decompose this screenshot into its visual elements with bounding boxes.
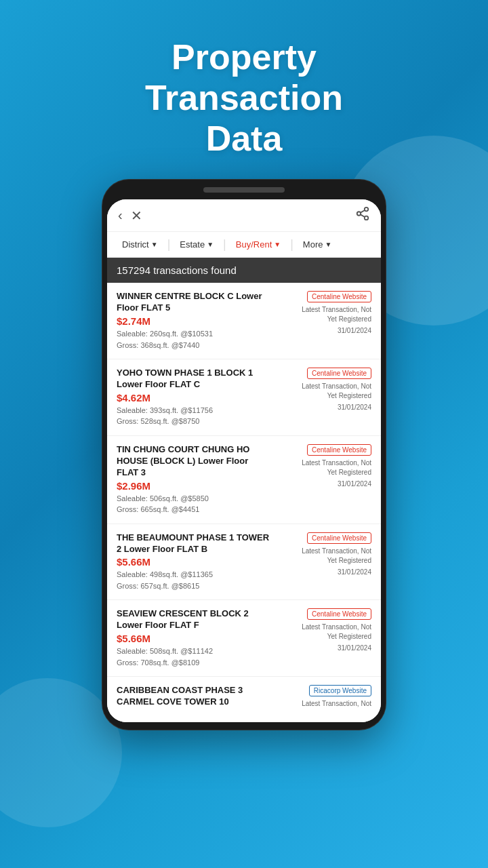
transaction-date-5: 31/01/2024 <box>338 644 371 652</box>
filter-buyrent[interactable]: Buy/Rent ▼ <box>229 236 287 253</box>
page-title: Property Transaction Data <box>145 37 343 159</box>
centaline-website-button-2[interactable]: Centaline Website <box>307 368 371 379</box>
centaline-website-button-1[interactable]: Centaline Website <box>307 291 371 302</box>
svg-line-4 <box>361 210 365 213</box>
transaction-right-6: Ricacorp Website Latest Transaction, Not <box>277 685 371 709</box>
centaline-website-button-4[interactable]: Centaline Website <box>307 532 371 544</box>
transaction-status-6: Latest Transaction, Not <box>302 699 371 709</box>
filter-estate-label: Estate <box>180 239 205 250</box>
table-row: SEAVIEW CRESCENT BLOCK 2 Lower Floor FLA… <box>107 600 381 677</box>
transaction-status-2: Latest Transaction, NotYet Registered <box>302 382 371 401</box>
transaction-right-5: Centaline Website Latest Transaction, No… <box>277 608 371 668</box>
table-row: TIN CHUNG COURT CHUNG HO HOUSE (BLOCK L)… <box>107 436 381 524</box>
property-details-4: Saleable: 498sq.ft. @$11365Gross: 657sq.… <box>117 569 271 591</box>
property-price-2: $4.62M <box>117 392 271 403</box>
table-row: YOHO TOWN PHASE 1 BLOCK 1 Lower Floor FL… <box>107 359 381 436</box>
property-details-3: Saleable: 506sq.ft. @$5850Gross: 665sq.f… <box>117 493 271 515</box>
property-price-3: $2.96M <box>117 480 271 492</box>
transaction-right-2: Centaline Website Latest Transaction, No… <box>277 368 371 427</box>
table-row: THE BEAUMOUNT PHASE 1 TOWER 2 Lower Floo… <box>107 524 381 601</box>
transaction-left-6: CARIBBEAN COAST PHASE 3 CARMEL COVE TOWE… <box>117 685 271 709</box>
transaction-date-3: 31/01/2024 <box>338 480 371 488</box>
transaction-left-2: YOHO TOWN PHASE 1 BLOCK 1 Lower Floor FL… <box>117 368 271 427</box>
filter-district-label: District <box>122 239 149 250</box>
svg-line-3 <box>361 215 365 218</box>
table-row: CARIBBEAN COAST PHASE 3 CARMEL COVE TOWE… <box>107 677 381 722</box>
transaction-status-3: Latest Transaction, NotYet Registered <box>302 458 371 477</box>
transaction-status-1: Latest Transaction, NotYet Registered <box>302 305 371 324</box>
centaline-website-button-5[interactable]: Centaline Website <box>307 608 371 620</box>
transaction-right-3: Centaline Website Latest Transaction, No… <box>277 444 371 515</box>
filter-district[interactable]: District ▼ <box>115 236 165 253</box>
more-arrow-icon: ▼ <box>325 241 331 248</box>
property-details-2: Saleable: 393sq.ft. @$11756Gross: 528sq.… <box>117 405 271 427</box>
filter-divider-1: | <box>167 237 171 252</box>
phone-screen: ‹ ✕ District ▼ | Estate ▼ | <box>107 199 381 722</box>
buyrent-arrow-icon: ▼ <box>274 241 281 248</box>
close-icon[interactable]: ✕ <box>131 208 142 224</box>
ricacorp-website-button-6[interactable]: Ricacorp Website <box>309 685 371 696</box>
transaction-left-4: THE BEAUMOUNT PHASE 1 TOWER 2 Lower Floo… <box>117 532 271 592</box>
phone-frame: ‹ ✕ District ▼ | Estate ▼ | <box>102 179 386 730</box>
transaction-right-4: Centaline Website Latest Transaction, No… <box>277 532 371 592</box>
property-name-6: CARIBBEAN COAST PHASE 3 CARMEL COVE TOWE… <box>117 685 271 708</box>
property-name-4: THE BEAUMOUNT PHASE 1 TOWER 2 Lower Floo… <box>117 532 271 555</box>
transaction-left-3: TIN CHUNG COURT CHUNG HO HOUSE (BLOCK L)… <box>117 444 271 515</box>
transaction-count: 157294 transactions found <box>117 264 237 276</box>
filter-more[interactable]: More ▼ <box>296 236 339 253</box>
filter-buyrent-label: Buy/Rent <box>236 239 272 250</box>
transaction-status-4: Latest Transaction, NotYet Registered <box>302 547 371 566</box>
estate-arrow-icon: ▼ <box>207 241 214 248</box>
property-details-5: Saleable: 508sq.ft. @$11142Gross: 708sq.… <box>117 646 271 668</box>
transaction-date-1: 31/01/2024 <box>338 327 371 334</box>
property-name-5: SEAVIEW CRESCENT BLOCK 2 Lower Floor FLA… <box>117 608 271 631</box>
filter-bar: District ▼ | Estate ▼ | Buy/Rent ▼ | Mor… <box>107 232 381 258</box>
property-price-5: $5.66M <box>117 633 271 644</box>
transaction-date-2: 31/01/2024 <box>338 403 371 411</box>
transaction-right-1: Centaline Website Latest Transaction, No… <box>277 291 371 351</box>
property-details-1: Saleable: 260sq.ft. @$10531Gross: 368sq.… <box>117 328 271 351</box>
property-price-4: $5.66M <box>117 556 271 568</box>
transaction-left-1: WINNER CENTRE BLOCK C Lower Floor FLAT 5… <box>117 291 271 351</box>
filter-divider-2: | <box>223 237 226 252</box>
phone-notch <box>203 187 285 193</box>
table-row: WINNER CENTRE BLOCK C Lower Floor FLAT 5… <box>107 283 381 359</box>
filter-estate[interactable]: Estate ▼ <box>173 236 220 253</box>
transaction-left-5: SEAVIEW CRESCENT BLOCK 2 Lower Floor FLA… <box>117 608 271 668</box>
transaction-list: WINNER CENTRE BLOCK C Lower Floor FLAT 5… <box>107 283 381 722</box>
back-icon[interactable]: ‹ <box>118 208 123 223</box>
district-arrow-icon: ▼ <box>151 241 158 248</box>
count-bar: 157294 transactions found <box>107 258 381 283</box>
property-name-2: YOHO TOWN PHASE 1 BLOCK 1 Lower Floor FL… <box>117 368 271 391</box>
filter-divider-3: | <box>290 237 293 252</box>
transaction-date-4: 31/01/2024 <box>338 568 371 576</box>
property-price-1: $2.74M <box>117 315 271 327</box>
property-name-1: WINNER CENTRE BLOCK C Lower Floor FLAT 5 <box>117 291 271 314</box>
filter-more-label: More <box>303 239 323 250</box>
share-icon[interactable] <box>355 206 370 224</box>
transaction-status-5: Latest Transaction, NotYet Registered <box>302 623 371 642</box>
property-name-3: TIN CHUNG COURT CHUNG HO HOUSE (BLOCK L)… <box>117 444 271 479</box>
nav-left: ‹ ✕ <box>118 208 142 224</box>
nav-bar: ‹ ✕ <box>107 199 381 232</box>
centaline-website-button-3[interactable]: Centaline Website <box>307 444 371 456</box>
